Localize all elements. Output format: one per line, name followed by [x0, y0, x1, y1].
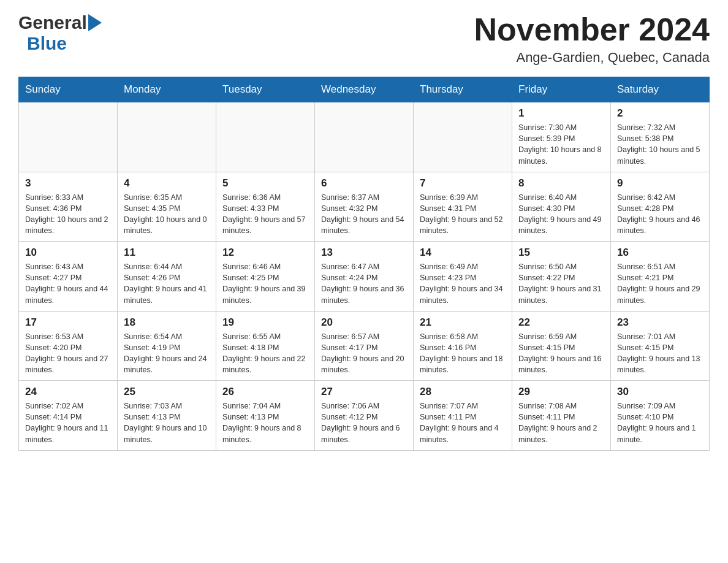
day-info: Sunrise: 6:43 AM Sunset: 4:27 PM Dayligh… [25, 261, 111, 306]
day-info: Sunrise: 7:02 AM Sunset: 4:14 PM Dayligh… [25, 400, 111, 445]
calendar-cell [414, 102, 512, 172]
day-number: 15 [518, 247, 604, 259]
day-info: Sunrise: 6:59 AM Sunset: 4:15 PM Dayligh… [518, 331, 604, 376]
calendar-cell: 27Sunrise: 7:06 AM Sunset: 4:12 PM Dayli… [315, 381, 414, 451]
calendar-cell: 16Sunrise: 6:51 AM Sunset: 4:21 PM Dayli… [611, 242, 710, 312]
calendar-cell: 21Sunrise: 6:58 AM Sunset: 4:16 PM Dayli… [414, 311, 512, 381]
weekday-header-sunday: Sunday [19, 77, 118, 102]
calendar-cell: 9Sunrise: 6:42 AM Sunset: 4:28 PM Daylig… [611, 172, 710, 242]
day-number: 21 [420, 316, 506, 329]
calendar-cell: 29Sunrise: 7:08 AM Sunset: 4:11 PM Dayli… [512, 381, 611, 451]
calendar-cell: 30Sunrise: 7:09 AM Sunset: 4:10 PM Dayli… [611, 381, 710, 451]
weekday-header-row: SundayMondayTuesdayWednesdayThursdayFrid… [19, 77, 710, 102]
calendar-week-2: 10Sunrise: 6:43 AM Sunset: 4:27 PM Dayli… [19, 242, 710, 312]
calendar-week-1: 3Sunrise: 6:33 AM Sunset: 4:36 PM Daylig… [19, 172, 710, 242]
day-info: Sunrise: 6:58 AM Sunset: 4:16 PM Dayligh… [420, 331, 506, 376]
calendar-week-3: 17Sunrise: 6:53 AM Sunset: 4:20 PM Dayli… [19, 311, 710, 381]
logo: General Blue [18, 12, 102, 54]
day-number: 19 [222, 316, 308, 329]
calendar-cell: 8Sunrise: 6:40 AM Sunset: 4:30 PM Daylig… [512, 172, 611, 242]
day-number: 6 [321, 177, 407, 190]
page-header: General Blue November 2024 Ange-Gardien,… [18, 12, 710, 66]
day-number: 23 [617, 316, 703, 329]
day-info: Sunrise: 6:39 AM Sunset: 4:31 PM Dayligh… [420, 192, 506, 237]
day-number: 12 [222, 247, 308, 259]
calendar-cell: 14Sunrise: 6:49 AM Sunset: 4:23 PM Dayli… [414, 242, 512, 312]
calendar-header: SundayMondayTuesdayWednesdayThursdayFrid… [19, 77, 710, 102]
day-number: 24 [25, 386, 111, 398]
calendar-cell: 24Sunrise: 7:02 AM Sunset: 4:14 PM Dayli… [19, 381, 118, 451]
calendar-cell [315, 102, 414, 172]
day-info: Sunrise: 6:54 AM Sunset: 4:19 PM Dayligh… [124, 331, 210, 376]
day-info: Sunrise: 7:07 AM Sunset: 4:11 PM Dayligh… [420, 400, 506, 445]
day-number: 8 [518, 177, 604, 190]
day-info: Sunrise: 6:46 AM Sunset: 4:25 PM Dayligh… [222, 261, 308, 306]
calendar-week-4: 24Sunrise: 7:02 AM Sunset: 4:14 PM Dayli… [19, 381, 710, 451]
day-number: 3 [25, 177, 111, 190]
calendar-table: SundayMondayTuesdayWednesdayThursdayFrid… [18, 77, 710, 451]
calendar-cell: 15Sunrise: 6:50 AM Sunset: 4:22 PM Dayli… [512, 242, 611, 312]
day-number: 2 [617, 107, 703, 120]
calendar-week-0: 1Sunrise: 7:30 AM Sunset: 5:39 PM Daylig… [19, 102, 710, 172]
calendar-cell: 22Sunrise: 6:59 AM Sunset: 4:15 PM Dayli… [512, 311, 611, 381]
calendar-cell: 5Sunrise: 6:36 AM Sunset: 4:33 PM Daylig… [216, 172, 315, 242]
day-number: 13 [321, 247, 407, 259]
day-info: Sunrise: 7:01 AM Sunset: 4:15 PM Dayligh… [617, 331, 703, 376]
day-number: 27 [321, 386, 407, 398]
day-info: Sunrise: 6:57 AM Sunset: 4:17 PM Dayligh… [321, 331, 407, 376]
location-title: Ange-Gardien, Quebec, Canada [474, 50, 710, 66]
day-number: 4 [124, 177, 210, 190]
logo-general-text: General [18, 12, 87, 33]
day-info: Sunrise: 6:44 AM Sunset: 4:26 PM Dayligh… [124, 261, 210, 306]
calendar-cell: 13Sunrise: 6:47 AM Sunset: 4:24 PM Dayli… [315, 242, 414, 312]
day-info: Sunrise: 7:03 AM Sunset: 4:13 PM Dayligh… [124, 400, 210, 445]
day-number: 29 [518, 386, 604, 398]
day-info: Sunrise: 6:47 AM Sunset: 4:24 PM Dayligh… [321, 261, 407, 306]
day-info: Sunrise: 7:09 AM Sunset: 4:10 PM Dayligh… [617, 400, 703, 445]
weekday-header-monday: Monday [118, 77, 216, 102]
weekday-header-saturday: Saturday [611, 77, 710, 102]
day-info: Sunrise: 6:49 AM Sunset: 4:23 PM Dayligh… [420, 261, 506, 306]
calendar-cell: 7Sunrise: 6:39 AM Sunset: 4:31 PM Daylig… [414, 172, 512, 242]
day-info: Sunrise: 6:42 AM Sunset: 4:28 PM Dayligh… [617, 192, 703, 237]
day-number: 20 [321, 316, 407, 329]
day-info: Sunrise: 6:36 AM Sunset: 4:33 PM Dayligh… [222, 192, 308, 237]
calendar-cell: 2Sunrise: 7:32 AM Sunset: 5:38 PM Daylig… [611, 102, 710, 172]
day-number: 11 [124, 247, 210, 259]
calendar-cell: 10Sunrise: 6:43 AM Sunset: 4:27 PM Dayli… [19, 242, 118, 312]
day-number: 14 [420, 247, 506, 259]
calendar-cell [118, 102, 216, 172]
day-number: 17 [25, 316, 111, 329]
calendar-cell: 28Sunrise: 7:07 AM Sunset: 4:11 PM Dayli… [414, 381, 512, 451]
calendar-cell: 26Sunrise: 7:04 AM Sunset: 4:13 PM Dayli… [216, 381, 315, 451]
day-info: Sunrise: 7:08 AM Sunset: 4:11 PM Dayligh… [518, 400, 604, 445]
day-info: Sunrise: 6:37 AM Sunset: 4:32 PM Dayligh… [321, 192, 407, 237]
day-info: Sunrise: 6:35 AM Sunset: 4:35 PM Dayligh… [124, 192, 210, 237]
day-info: Sunrise: 6:33 AM Sunset: 4:36 PM Dayligh… [25, 192, 111, 237]
logo-arrow-icon [88, 14, 102, 31]
day-number: 10 [25, 247, 111, 259]
day-info: Sunrise: 6:51 AM Sunset: 4:21 PM Dayligh… [617, 261, 703, 306]
calendar-cell: 3Sunrise: 6:33 AM Sunset: 4:36 PM Daylig… [19, 172, 118, 242]
calendar-cell [19, 102, 118, 172]
weekday-header-wednesday: Wednesday [315, 77, 414, 102]
month-title: November 2024 [474, 12, 710, 47]
day-info: Sunrise: 7:32 AM Sunset: 5:38 PM Dayligh… [617, 122, 703, 167]
calendar-cell: 18Sunrise: 6:54 AM Sunset: 4:19 PM Dayli… [118, 311, 216, 381]
calendar-cell: 12Sunrise: 6:46 AM Sunset: 4:25 PM Dayli… [216, 242, 315, 312]
calendar-cell: 19Sunrise: 6:55 AM Sunset: 4:18 PM Dayli… [216, 311, 315, 381]
day-number: 9 [617, 177, 703, 190]
day-info: Sunrise: 6:40 AM Sunset: 4:30 PM Dayligh… [518, 192, 604, 237]
day-info: Sunrise: 7:30 AM Sunset: 5:39 PM Dayligh… [518, 122, 604, 167]
day-info: Sunrise: 6:53 AM Sunset: 4:20 PM Dayligh… [25, 331, 111, 376]
day-info: Sunrise: 7:06 AM Sunset: 4:12 PM Dayligh… [321, 400, 407, 445]
day-info: Sunrise: 6:55 AM Sunset: 4:18 PM Dayligh… [222, 331, 308, 376]
day-number: 26 [222, 386, 308, 398]
calendar-cell [216, 102, 315, 172]
weekday-header-tuesday: Tuesday [216, 77, 315, 102]
day-number: 5 [222, 177, 308, 190]
day-number: 7 [420, 177, 506, 190]
day-number: 30 [617, 386, 703, 398]
day-number: 1 [518, 107, 604, 120]
day-number: 18 [124, 316, 210, 329]
